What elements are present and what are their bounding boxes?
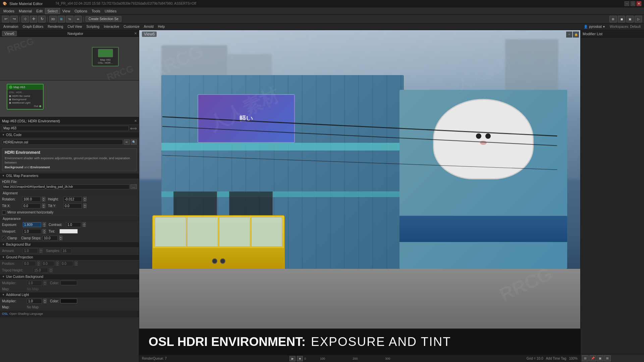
rotation-down-btn[interactable]: ▼: [42, 199, 45, 201]
restore-button[interactable]: □: [631, 1, 635, 6]
max-menu-animation[interactable]: Animation: [1, 24, 20, 29]
pos-x-input[interactable]: [23, 261, 36, 266]
tint-color-swatch[interactable]: [59, 229, 78, 234]
menu-view[interactable]: View: [60, 8, 72, 14]
amount-input[interactable]: [23, 248, 38, 253]
amount-up[interactable]: ▲: [39, 248, 43, 251]
play-btn[interactable]: ▶: [289, 356, 296, 361]
tilt-x-input[interactable]: [22, 203, 41, 208]
max-menu-customize[interactable]: Customize: [122, 24, 142, 29]
osl-browse-btn[interactable]: 🔍: [131, 139, 137, 145]
exposure-up[interactable]: ▲: [43, 222, 46, 225]
modifier-pin-btn[interactable]: 📌: [589, 355, 596, 361]
navigator-close-btn[interactable]: ✕: [134, 32, 137, 35]
viewport-lock-btn[interactable]: 🔒: [573, 32, 579, 38]
viewport-input[interactable]: [23, 229, 41, 234]
tripod-down[interactable]: ▼: [49, 270, 53, 273]
menu-select[interactable]: Select: [45, 8, 60, 14]
toolbar-icon-3[interactable]: ✛: [30, 16, 37, 22]
tilt-x-up[interactable]: ▲: [42, 203, 45, 206]
additional-light-section-header[interactable]: ▼ Additional Light: [0, 292, 139, 298]
close-button[interactable]: ✕: [637, 1, 641, 6]
add-light-color-swatch[interactable]: [60, 299, 77, 303]
custom-bg-section-header[interactable]: ▼ Use Custom Background: [0, 274, 139, 280]
map-close-icon[interactable]: ✕: [134, 119, 137, 123]
mirror-checkbox[interactable]: [2, 210, 6, 215]
custom-mult-up[interactable]: ▲: [43, 281, 47, 283]
toolbar-render-btn[interactable]: ◼: [618, 16, 625, 22]
clamp-checkbox[interactable]: ✓: [2, 236, 6, 240]
pos-z-up[interactable]: ▲: [74, 261, 78, 263]
pos-z-down[interactable]: ▼: [74, 263, 78, 266]
menu-options[interactable]: Options: [72, 8, 89, 14]
add-light-down[interactable]: ▼: [43, 301, 47, 303]
clamp-stops-input[interactable]: [43, 236, 58, 241]
tilt-y-up[interactable]: ▲: [83, 203, 87, 206]
osl-params-section-header[interactable]: ▼ OSL Map Parameters: [0, 173, 139, 179]
stop-btn[interactable]: ■: [297, 356, 303, 361]
max-menu-civil-view[interactable]: Civil View: [65, 24, 84, 29]
menu-material[interactable]: Material: [17, 8, 34, 14]
pos-y-down[interactable]: ▼: [56, 263, 59, 266]
tilt-x-down[interactable]: ▼: [42, 206, 45, 208]
hdri-file-input[interactable]: [2, 184, 129, 189]
toolbar-ipr-btn[interactable]: ▷: [635, 16, 642, 22]
menu-edit[interactable]: Edit: [34, 8, 45, 14]
bg-blur-section-header[interactable]: ▼ Background Blur: [0, 242, 139, 248]
tripod-up[interactable]: ▲: [49, 268, 53, 270]
contrast-input[interactable]: [66, 222, 81, 227]
custom-mult-down[interactable]: ▼: [43, 283, 47, 285]
contrast-up[interactable]: ▲: [83, 222, 86, 225]
toolbar-icon-4[interactable]: ↻: [38, 16, 46, 22]
viewport-maximize-btn[interactable]: +: [566, 32, 572, 38]
custom-color-swatch[interactable]: [60, 281, 77, 285]
hdri-browse-btn[interactable]: …: [130, 184, 137, 189]
toolbar-grid-btn[interactable]: ⊞: [609, 16, 617, 22]
minimize-button[interactable]: ─: [625, 1, 629, 6]
pos-z-input[interactable]: [60, 261, 73, 266]
height-up-btn[interactable]: ▲: [83, 197, 87, 199]
viewport-up[interactable]: ▲: [43, 229, 46, 231]
tilt-y-input[interactable]: [63, 203, 82, 208]
viewport-down[interactable]: ▼: [43, 231, 46, 234]
modifier-channel-btn[interactable]: ⊠: [604, 355, 611, 361]
height-input[interactable]: [63, 197, 82, 202]
pos-y-up[interactable]: ▲: [56, 261, 59, 263]
toolbar-render-region-btn[interactable]: ▣: [626, 16, 634, 22]
node-box[interactable]: Map #63 OSL: HDR... HDRI file name Backg…: [7, 84, 44, 110]
custom-mult-input[interactable]: [27, 281, 42, 286]
osl-filename-input[interactable]: [2, 139, 123, 145]
user-account[interactable]: 👤 pyroskat ▾: [581, 24, 607, 29]
ground-proj-section-header[interactable]: ▼ Ground Projection: [0, 254, 139, 260]
rotation-up-btn[interactable]: ▲: [42, 197, 45, 199]
time-tag-btn[interactable]: Add Time Tag: [546, 357, 566, 360]
pos-x-up[interactable]: ▲: [37, 261, 40, 263]
toolbar-icon-2[interactable]: ↪: [10, 16, 18, 22]
clamp-stops-down[interactable]: ▼: [59, 238, 62, 240]
osl-code-section-header[interactable]: ▼ OSL Code: [0, 132, 139, 138]
modifier-config-btn[interactable]: ▣: [597, 355, 603, 361]
max-menu-interactive[interactable]: Interactive: [102, 24, 121, 29]
samples-input[interactable]: [61, 248, 71, 253]
select-object-btn[interactable]: ⊹: [21, 16, 29, 22]
add-light-mult-input[interactable]: [27, 299, 42, 304]
clamp-stops-up[interactable]: ▲: [59, 236, 62, 238]
pos-y-input[interactable]: [42, 261, 54, 266]
tripod-input[interactable]: [33, 268, 48, 273]
height-down-btn[interactable]: ▼: [83, 199, 87, 201]
exposure-down[interactable]: ▼: [43, 225, 46, 227]
toolbar-icon-5[interactable]: 3D: [49, 16, 57, 22]
toolbar-icon-8[interactable]: ⇔: [74, 16, 82, 22]
rotation-input[interactable]: [22, 197, 41, 202]
menu-modes[interactable]: Modes: [1, 8, 16, 14]
amount-down[interactable]: ▼: [39, 251, 43, 253]
toolbar-icon-6[interactable]: ⊞: [58, 16, 65, 22]
modifier-lock-btn[interactable]: ⊞: [582, 355, 589, 361]
menu-utilities[interactable]: Utilities: [103, 8, 118, 14]
menu-tools[interactable]: Tools: [90, 8, 102, 14]
toolbar-icon-7[interactable]: %: [66, 16, 73, 22]
create-selection-set-button[interactable]: Create Selection Se: [86, 16, 121, 22]
exposure-input[interactable]: [23, 222, 41, 227]
max-menu-help[interactable]: Help: [156, 24, 167, 29]
toolbar-icon-1[interactable]: ↩: [2, 16, 9, 22]
